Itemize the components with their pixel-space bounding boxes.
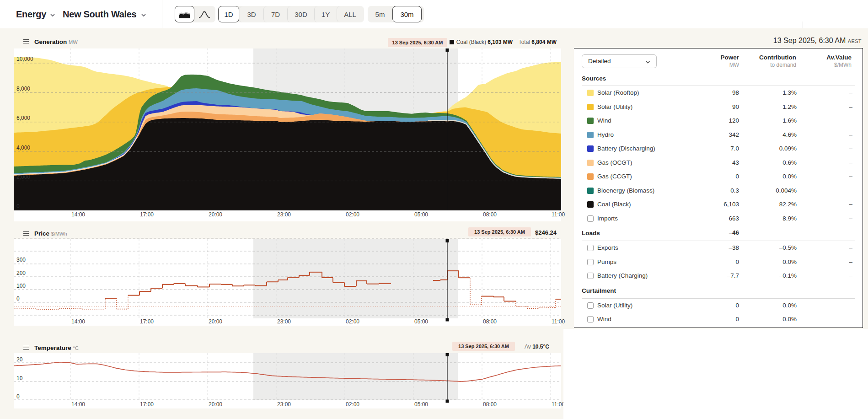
- svg-text:17:00: 17:00: [140, 318, 154, 325]
- svg-text:11:00: 11:00: [552, 318, 565, 325]
- svg-text:0: 0: [16, 393, 20, 400]
- svg-text:0: 0: [16, 203, 20, 210]
- svg-text:300: 300: [16, 257, 26, 263]
- svg-text:23:00: 23:00: [277, 318, 291, 325]
- svg-text:14:00: 14:00: [71, 401, 85, 408]
- svg-text:100: 100: [16, 283, 26, 289]
- svg-text:20:00: 20:00: [209, 401, 222, 408]
- svg-text:14:00: 14:00: [71, 211, 85, 218]
- svg-text:05:00: 05:00: [414, 401, 428, 408]
- svg-text:17:00: 17:00: [140, 401, 154, 408]
- svg-text:20:00: 20:00: [209, 318, 222, 325]
- svg-text:08:00: 08:00: [483, 211, 497, 218]
- svg-text:02:00: 02:00: [346, 401, 359, 408]
- svg-text:20:00: 20:00: [209, 211, 222, 218]
- svg-text:200: 200: [16, 270, 26, 276]
- svg-text:2,000: 2,000: [16, 174, 30, 180]
- svg-text:23:00: 23:00: [277, 401, 291, 408]
- svg-text:02:00: 02:00: [346, 211, 359, 218]
- svg-text:10,000: 10,000: [16, 56, 33, 62]
- svg-text:6,000: 6,000: [16, 115, 30, 121]
- svg-text:05:00: 05:00: [414, 318, 428, 325]
- svg-text:10: 10: [16, 375, 23, 381]
- svg-text:20: 20: [16, 356, 23, 363]
- svg-text:02:00: 02:00: [346, 318, 359, 325]
- svg-text:11:00: 11:00: [552, 211, 565, 218]
- svg-text:08:00: 08:00: [483, 401, 497, 408]
- svg-text:08:00: 08:00: [483, 318, 497, 325]
- svg-text:17:00: 17:00: [140, 211, 154, 218]
- svg-text:0: 0: [16, 295, 20, 302]
- svg-text:14:00: 14:00: [71, 318, 85, 325]
- svg-text:8,000: 8,000: [16, 86, 30, 92]
- svg-text:23:00: 23:00: [277, 211, 291, 218]
- svg-text:05:00: 05:00: [414, 211, 428, 218]
- svg-text:4,000: 4,000: [16, 145, 30, 151]
